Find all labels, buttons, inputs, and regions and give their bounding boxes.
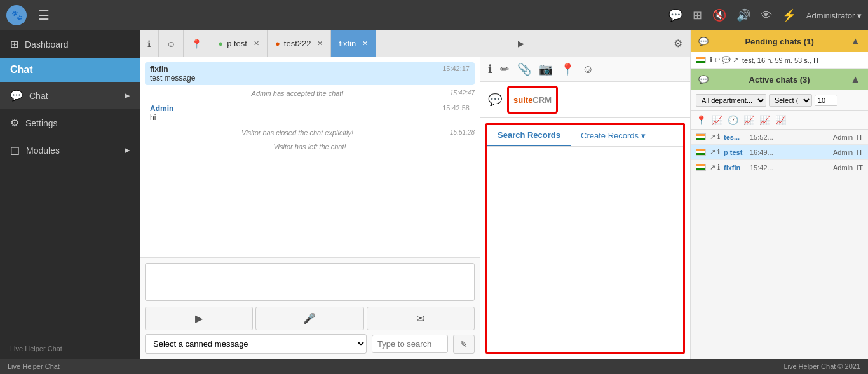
message-system-1: Admin has accepted the chat! 15:42:47 [145, 88, 475, 99]
chat-input-field[interactable] [145, 263, 475, 301]
filter-num-input[interactable] [815, 95, 837, 106]
crm-edit-icon[interactable]: ✏ [500, 62, 510, 76]
active-subdept-3: IT [857, 164, 863, 171]
tab-fixfin[interactable]: fixfin ✕ [331, 30, 376, 57]
admin-label: Administrator [806, 11, 855, 20]
msg-system-text-2: Visitor has closed the chat explicitly! [241, 129, 353, 137]
eye-icon[interactable]: 👁 [761, 9, 772, 22]
active-time-3: 15:42... [750, 164, 829, 171]
tab-test222[interactable]: ● test222 ✕ [268, 30, 332, 57]
chat-section-label: Chat [0, 58, 140, 82]
send-button[interactable]: ▶ [145, 307, 253, 330]
sidebar-item-modules[interactable]: ◫ Modules ▶ [0, 137, 140, 164]
tabs-scroll-right-icon[interactable]: ▶ [512, 39, 531, 48]
canned-message-select[interactable]: Select a canned message [145, 334, 367, 354]
msg-system-text-1: Admin has accepted the chat! [252, 90, 344, 97]
pending-chat-icon[interactable]: 💬 [722, 56, 731, 64]
navbar-left: 🐾 ☰ [6, 5, 55, 25]
active-flag-1 [696, 133, 706, 140]
edit-button[interactable]: ✎ [453, 335, 475, 354]
active-icons-2: ↗ ℹ [710, 148, 720, 156]
content-area: ℹ ☺ 📍 ● p test ✕ ● test222 ✕ fixfin ✕ ▶ … [140, 30, 690, 359]
chat-icon-pending: 💬 [698, 37, 709, 46]
msg-time-1: 15:42:17 [442, 65, 470, 72]
active-item-1[interactable]: ↗ ℹ tes... 15:52... Admin IT [691, 130, 868, 145]
pending-section-header: 💬 Pending chats (1) ▲ [691, 30, 868, 52]
crm-msg-icon[interactable]: 💬 [488, 93, 502, 107]
filter-trend4-icon[interactable]: 📈 [775, 115, 786, 125]
msg-system-time-2: 15:51:28 [450, 129, 475, 136]
message-visitor-1: fixfin 15:42:17 test message [145, 62, 475, 85]
mic-button[interactable]: 🎤 [255, 307, 363, 330]
active-name-2: p test [724, 149, 746, 156]
tab-emoji-icon[interactable]: ☺ [159, 30, 184, 57]
ai3-info-icon[interactable]: ℹ [717, 163, 720, 171]
active-icons-row: 📍 📈 🕐 📈 📈 📈 [691, 111, 868, 130]
filter-trend2-icon[interactable]: 📈 [743, 115, 754, 125]
modules-icon: ◫ [10, 144, 20, 156]
active-item-3[interactable]: ↗ ℹ fixfin 15:42... Admin IT [691, 160, 868, 175]
msg-text-admin: hi [150, 113, 470, 122]
tab-info-icon[interactable]: ℹ [140, 30, 159, 57]
crm-search-tab[interactable]: Search Records [487, 125, 571, 146]
fixfin-close-icon[interactable]: ✕ [362, 39, 368, 48]
tab-location-icon[interactable]: 📍 [184, 30, 210, 57]
active-name-3: fixfin [724, 164, 746, 171]
crm-create-tab[interactable]: Create Records ▾ [571, 125, 656, 146]
dashboard-icon: ⊞ [10, 38, 18, 50]
ai1-link-icon[interactable]: ↗ [710, 133, 715, 141]
sidebar-item-dashboard[interactable]: ⊞ Dashboard [0, 30, 140, 58]
sidebar-item-chat[interactable]: 💬 Chat ▶ [0, 82, 140, 109]
bolt-icon[interactable]: ⚡ [782, 8, 796, 22]
pending-chat-item[interactable]: ℹ ↩ 💬 ↗ test, 16 h. 59 m. 53 s., IT [691, 52, 868, 69]
test222-close-icon[interactable]: ✕ [317, 39, 323, 48]
msg-text-1: test message [150, 74, 470, 83]
select-filter[interactable]: Select ( [769, 94, 812, 107]
admin-button[interactable]: Administrator ▾ [806, 11, 862, 20]
pending-collapse-button[interactable]: ▲ [850, 36, 860, 47]
ai2-link-icon[interactable]: ↗ [710, 148, 715, 156]
filter-location-icon[interactable]: 📍 [696, 115, 707, 125]
crm-camera-icon[interactable]: 📷 [539, 62, 553, 76]
crm-records-body [487, 147, 683, 352]
speaker-off-icon[interactable]: 🔇 [712, 8, 726, 22]
ptest-close-icon[interactable]: ✕ [254, 39, 259, 48]
pending-external-icon[interactable]: ↗ [733, 56, 738, 64]
search-input[interactable] [372, 335, 448, 353]
crm-info-icon[interactable]: ℹ [488, 62, 492, 76]
filter-trend-icon[interactable]: 📈 [712, 115, 722, 125]
email-button[interactable]: ✉ [367, 307, 475, 330]
active-collapse-button[interactable]: ▲ [850, 74, 860, 85]
active-item-2[interactable]: ↗ ℹ p test 16:49... Admin IT [691, 145, 868, 160]
test222-avatar-icon: ● [275, 39, 280, 48]
top-navbar: 🐾 ☰ 💬 ⊞ 🔇 🔊 👁 ⚡ Administrator ▾ [0, 0, 868, 30]
ai2-info-icon[interactable]: ℹ [717, 148, 720, 156]
pending-reply-icon[interactable]: ↩ [714, 56, 720, 64]
crm-clip-icon[interactable]: 📎 [517, 62, 531, 76]
tab-ptest[interactable]: ● p test ✕ [210, 30, 268, 57]
filter-trend3-icon[interactable]: 📈 [759, 115, 770, 125]
chat-nav-icon[interactable]: 💬 [668, 8, 682, 22]
add-nav-icon[interactable]: ⊞ [693, 8, 702, 22]
dept-filter-select[interactable]: All department... [696, 94, 766, 107]
pending-info-icon[interactable]: ℹ [710, 56, 712, 64]
tabs-bar: ℹ ☺ 📍 ● p test ✕ ● test222 ✕ fixfin ✕ ▶ … [140, 30, 690, 57]
pending-dept: IT [813, 57, 820, 64]
chat-messages[interactable]: fixfin 15:42:17 test message Admin has a… [140, 57, 480, 257]
crm-emoji-icon[interactable]: ☺ [582, 63, 593, 76]
ptest-avatar-icon: ● [218, 39, 223, 48]
tab-test222-label: test222 [284, 39, 311, 48]
crm-logo-box[interactable]: suite CRM [507, 86, 558, 114]
hamburger-button[interactable]: ☰ [33, 5, 55, 25]
chat-arrow-icon: ▶ [125, 91, 130, 100]
footer-right-label: Live Helper Chat © 2021 [783, 363, 860, 370]
ai3-link-icon[interactable]: ↗ [710, 163, 715, 171]
filter-clock-icon[interactable]: 🕐 [728, 115, 738, 125]
tab-settings-icon[interactable]: ⚙ [666, 37, 690, 50]
pending-flag-icon [696, 57, 706, 63]
crm-location-icon[interactable]: 📍 [560, 62, 574, 76]
sidebar-item-settings[interactable]: ⚙ Settings [0, 109, 140, 137]
active-icons-1: ↗ ℹ [710, 133, 720, 141]
speaker-on-icon[interactable]: 🔊 [736, 8, 750, 22]
ai1-info-icon[interactable]: ℹ [717, 133, 720, 141]
